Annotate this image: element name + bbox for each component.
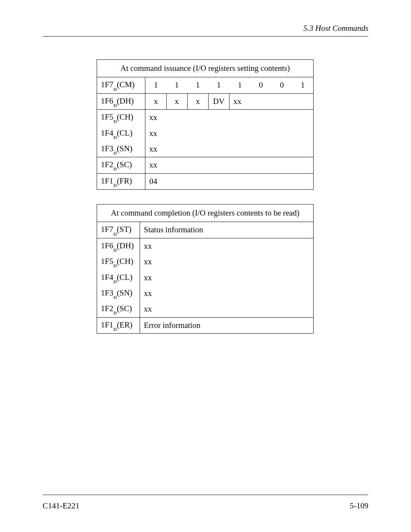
table-row: 1F1H(FR)04 [97,173,314,189]
bit-cell: 1 [208,77,229,93]
table-row: At command issuance (I/O registers setti… [97,60,314,77]
page-header: 5.3 Host Commands [43,24,368,37]
value-cell: xx [140,301,314,317]
bit-cell: x [187,93,208,109]
value-cell: 04 [145,173,314,189]
bit-cell: 1 [166,77,187,93]
value-cell: Status information [140,222,314,238]
value-cell: Error information [140,317,314,333]
bit-cell: 1 [145,77,166,93]
doc-id: C141-E221 [43,501,80,511]
register-label: 1F1H(ER) [97,317,140,333]
table-row: 1F3H(SN)xx [97,141,314,157]
register-label: 1F1H(FR) [97,173,145,189]
register-label: 1F4H(CL) [97,270,140,286]
table-row: 1F5H(CH)xx [97,254,314,270]
bit-cell: x [145,93,166,109]
bit-cell: 1 [292,77,313,93]
value-cell: xx [140,238,314,254]
register-label: 1F7H(ST) [97,222,140,238]
value-cell: xx [145,126,314,141]
register-label: 1F5H(CH) [97,254,140,270]
register-label: 1F6H(DH) [97,238,140,254]
bit-cell: 1 [229,77,250,93]
table-row: 1F6H(DH)xx [97,238,314,254]
table-row: 1F5H(CH)xx [97,110,314,126]
page-footer: C141-E221 5-109 [43,495,368,511]
register-label: 1F6H(DH) [97,93,145,109]
register-label: 1F5H(CH) [97,110,145,126]
value-cell: xx [145,110,314,126]
page-number: 5-109 [350,501,368,511]
register-label: 1F2H(SC) [97,157,145,173]
value-cell: xx [145,141,314,157]
table-row: 1F4H(CL)xx [97,270,314,286]
register-label: 1F7H(CM) [97,77,145,93]
table-completion: At command completion (I/O registers con… [97,204,314,334]
value-cell: xx [140,270,314,286]
value-cell: xx [140,286,314,301]
table-row: 1F2H(SC)xx [97,157,314,173]
table-row: 1F1H(ER)Error information [97,317,314,333]
table-row: 1F4H(CL)xx [97,126,314,141]
table-issuance: At command issuance (I/O registers setti… [97,59,314,190]
bit-cell: 1 [187,77,208,93]
value-cell: xx [140,254,314,270]
bit-cell: 0 [250,77,271,93]
table-row: 1F3H(SN)xx [97,286,314,301]
register-label: 1F3H(SN) [97,141,145,157]
bit-cell: DV [208,93,229,109]
table-row: 1F6H(DH)xxxDVxx [97,93,314,109]
bit-cell: xx [229,93,314,109]
register-label: 1F4H(CL) [97,126,145,141]
table-title: At command issuance (I/O registers setti… [97,60,314,77]
value-cell: xx [145,157,314,173]
bit-cell: 0 [271,77,292,93]
table-row: 1F7H(ST)Status information [97,222,314,238]
table-row: 1F7H(CM)11111001 [97,77,314,93]
section-title: 5.3 Host Commands [303,24,368,33]
table-title: At command completion (I/O registers con… [97,204,314,222]
register-label: 1F3H(SN) [97,286,140,301]
table-row: 1F2H(SC)xx [97,301,314,317]
table-row: At command completion (I/O registers con… [97,204,314,222]
bit-cell: x [166,93,187,109]
register-label: 1F2H(SC) [97,301,140,317]
